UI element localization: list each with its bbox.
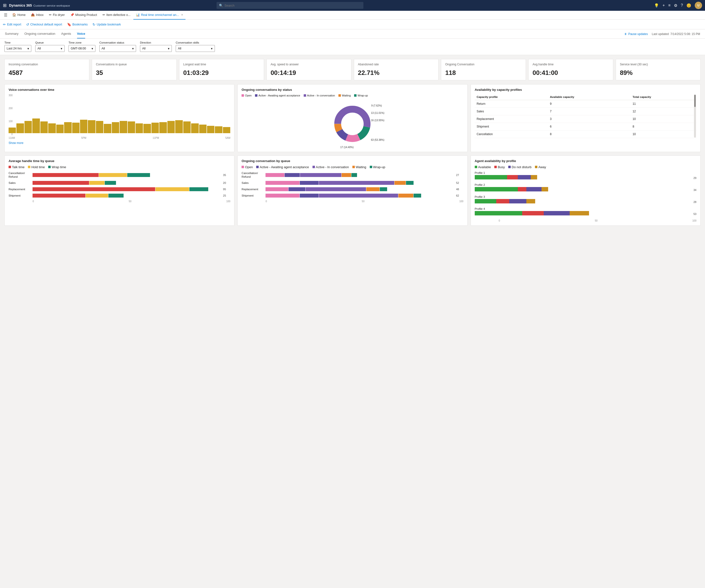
tab-item-defective[interactable]: ✏ Item defective o... [100,11,133,19]
lightbulb-icon[interactable]: 💡 [654,3,659,8]
tab-voice[interactable]: Voice [77,29,85,38]
legend-active-await: Active - Awaiting agent acceptance [255,94,300,97]
wrapup-dot [354,94,357,97]
avatar[interactable]: U [695,2,702,9]
filter-direction: Direction All ▾ [140,41,172,52]
bar-chart-area [9,94,230,133]
bar-item [120,121,127,133]
agent-avail-stacked-bar [475,211,691,215]
show-more-link[interactable]: Show more [9,141,23,145]
tab-home[interactable]: 🏠 Home [10,11,28,19]
pause-updates-button[interactable]: ⏸ Pause updates [624,32,648,36]
bar-item [136,123,143,133]
legend-wrap-q: Wrap-up [370,165,385,169]
tab-ongoing-conversation[interactable]: Ongoing conversation [25,29,55,38]
chevron-down-icon-6: ▾ [211,47,213,50]
pause-icon: ⏸ [624,32,627,36]
open-q-dot [241,166,244,168]
list-item: Sales 20 [9,181,230,185]
search-icon: 🔍 [219,4,223,7]
search-bar[interactable]: 🔍 [217,2,363,9]
legend-wait-q: Waiting [352,165,366,169]
conv-status-select[interactable]: All ▾ [99,45,136,52]
tab-inbox[interactable]: 📥 Inbox [29,11,46,19]
conv-bar [319,194,398,197]
update-bookmark-button[interactable]: ↻ Update bookmark [93,22,121,27]
wrap-bar [127,173,150,177]
queue-select[interactable]: All ▾ [35,45,64,52]
tab-close-icon[interactable]: ✕ [181,13,183,16]
tab-fix-dryer[interactable]: ✏ Fix dryer [46,11,67,19]
bar-item [40,122,48,133]
main-content: Incoming conversation 4587 Conversations… [0,55,705,230]
update-icon: ↻ [93,22,95,27]
legend-active-conv: Active - In conversation [304,94,335,97]
metric-avg-speed-to-answer: Avg. speed to answer 00:14:19 [267,59,351,80]
legend-await-q: Active - Awaiting agent acceptance [256,165,309,169]
list-item: Profile 4 53 [475,207,696,217]
edit-report-button[interactable]: ✏ Edit report [3,22,21,27]
dnd-dot [508,166,511,168]
last-updated: Last updated 7/14/2022 5:08: 15 PM [652,32,700,36]
donut-legend: Open Active - Awaiting agent acceptance … [241,94,463,97]
donut-chart-wrapper: 9 (7.62%) 13 (11.01%) 16 (13.55%) 63 (53… [241,99,463,148]
home-icon: 🏠 [12,13,16,17]
list-item: Cancellation/ Refund 27 [241,171,463,179]
bar-item [25,121,32,133]
hold-dot [28,166,30,168]
avail-seg [475,211,522,215]
search-input[interactable] [224,4,361,7]
tab-missing-product[interactable]: 📌 Missing Product [68,11,100,19]
emoji-icon[interactable]: 😊 [687,3,691,8]
talk-bar [33,187,155,191]
time-select[interactable]: Last 24 hrs ▾ [4,45,31,52]
tab-agents[interactable]: Agents [61,29,71,38]
wait-bar [342,173,351,177]
bar-item [175,120,183,133]
wrapup-bar [380,187,387,191]
waffle-icon[interactable]: ⊞ [3,3,7,8]
tab-summary[interactable]: Summary [5,29,18,38]
wrap-bar [189,187,208,191]
avail-dot [475,166,477,168]
help-icon[interactable]: ? [681,3,683,8]
open-bar [266,181,299,185]
talk-bar [33,173,99,177]
agent-avail-x-axis: 0 50 100 [475,219,696,222]
tab-real-time[interactable]: 📊 Real time omnichannel an... ✕ [133,11,186,19]
list-item: Profile 3 28 [475,195,696,205]
waiting-dot [338,94,341,97]
await-bar [300,194,319,197]
chevron-down-icon-2: ▾ [61,47,62,50]
conv-bar [300,173,341,177]
bar-item [96,121,103,133]
active-conv-dot [304,94,306,97]
away-dot [535,166,537,168]
filter-conv-status: Conversation status All ▾ [99,41,136,52]
chevron-down-icon-5: ▾ [168,47,170,50]
inbox-icon: 📥 [31,13,35,17]
conv-q-dot [313,166,315,168]
timezone-select[interactable]: GMT-08:00 ▾ [68,45,95,52]
legend-wrapup: Wrap-up [354,94,368,97]
brand-name: Dynamics 365 [9,3,32,7]
skills-select[interactable]: All ▾ [176,45,215,52]
wait-bar [398,194,414,197]
brand-area: Dynamics 365 Customer service workspace [9,3,70,7]
busy-seg [518,187,526,191]
bookmarks-button[interactable]: 🔖 Bookmarks [67,22,88,27]
open-bar [266,187,288,191]
direction-select[interactable]: All ▾ [140,45,172,52]
list-item: Replacement 48 [241,187,463,191]
filter-skills: Conversation skills All ▾ [176,41,215,52]
settings-icon[interactable]: ⚙ [674,3,677,8]
add-icon[interactable]: + [662,3,665,8]
filter-time: Time Last 24 hrs ▾ [4,41,31,52]
hamburger-icon[interactable]: ☰ [2,13,9,17]
avail-seg [475,199,496,203]
checkout-default-report-button[interactable]: ↺ Checkout default report [26,22,62,27]
legend-conv-q: Active - In conversation [313,165,349,169]
bookmark-icon: 🔖 [67,22,71,27]
bar-item [151,123,159,133]
menu-icon[interactable]: ≡ [668,3,670,8]
